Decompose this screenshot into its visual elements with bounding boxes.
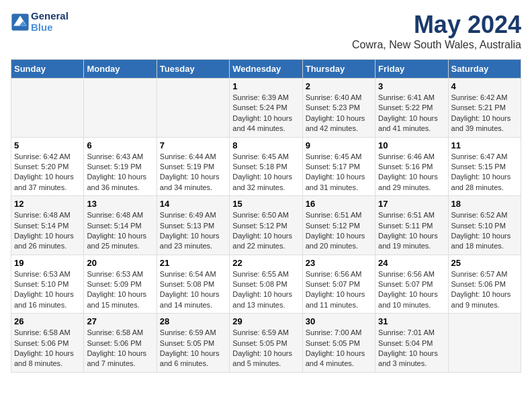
date-number: 27 xyxy=(87,316,153,326)
date-number: 7 xyxy=(160,140,226,150)
cell-content: Sunrise: 6:51 AM Sunset: 5:11 PM Dayligh… xyxy=(378,210,445,252)
calendar-cell: 4Sunrise: 6:42 AM Sunset: 5:21 PM Daylig… xyxy=(448,79,521,138)
cell-content: Sunrise: 6:59 AM Sunset: 5:05 PM Dayligh… xyxy=(232,328,299,369)
date-number: 22 xyxy=(232,258,299,268)
calendar-cell: 15Sunrise: 6:50 AM Sunset: 5:12 PM Dayli… xyxy=(230,196,302,255)
calendar-body: 1Sunrise: 6:39 AM Sunset: 5:24 PM Daylig… xyxy=(11,79,521,373)
date-number: 3 xyxy=(378,81,445,91)
cell-content: Sunrise: 6:48 AM Sunset: 5:14 PM Dayligh… xyxy=(14,210,81,252)
date-number: 20 xyxy=(87,258,153,268)
calendar-cell: 22Sunrise: 6:55 AM Sunset: 5:08 PM Dayli… xyxy=(230,255,302,314)
cell-content: Sunrise: 6:57 AM Sunset: 5:06 PM Dayligh… xyxy=(451,269,518,311)
cell-content: Sunrise: 6:50 AM Sunset: 5:12 PM Dayligh… xyxy=(232,210,299,252)
date-number: 16 xyxy=(306,199,372,209)
calendar-cell: 13Sunrise: 6:48 AM Sunset: 5:14 PM Dayli… xyxy=(84,196,157,255)
date-number: 12 xyxy=(14,199,81,209)
cell-content: Sunrise: 6:51 AM Sunset: 5:12 PM Dayligh… xyxy=(306,210,372,252)
date-number: 4 xyxy=(451,81,518,91)
cell-content: Sunrise: 6:45 AM Sunset: 5:17 PM Dayligh… xyxy=(306,152,372,193)
calendar-cell xyxy=(157,79,229,138)
date-number: 23 xyxy=(306,258,372,268)
calendar-header-cell: Friday xyxy=(375,60,448,79)
calendar-cell: 28Sunrise: 6:59 AM Sunset: 5:05 PM Dayli… xyxy=(157,314,229,373)
calendar-cell: 18Sunrise: 6:52 AM Sunset: 5:10 PM Dayli… xyxy=(448,196,521,255)
main-title: May 2024 xyxy=(352,11,521,39)
calendar-week-row: 12Sunrise: 6:48 AM Sunset: 5:14 PM Dayli… xyxy=(11,196,521,255)
cell-content: Sunrise: 6:43 AM Sunset: 5:19 PM Dayligh… xyxy=(87,152,153,193)
cell-content: Sunrise: 6:49 AM Sunset: 5:13 PM Dayligh… xyxy=(160,210,226,252)
calendar-header-row: SundayMondayTuesdayWednesdayThursdayFrid… xyxy=(11,60,521,79)
date-number: 8 xyxy=(232,140,299,150)
calendar-cell: 31Sunrise: 7:01 AM Sunset: 5:04 PM Dayli… xyxy=(375,314,448,373)
calendar-cell: 29Sunrise: 6:59 AM Sunset: 5:05 PM Dayli… xyxy=(230,314,302,373)
calendar-cell: 1Sunrise: 6:39 AM Sunset: 5:24 PM Daylig… xyxy=(230,79,302,138)
date-number: 10 xyxy=(378,140,445,150)
cell-content: Sunrise: 7:01 AM Sunset: 5:04 PM Dayligh… xyxy=(378,328,445,369)
date-number: 18 xyxy=(451,199,518,209)
cell-content: Sunrise: 6:46 AM Sunset: 5:16 PM Dayligh… xyxy=(378,152,445,193)
calendar-table: SundayMondayTuesdayWednesdayThursdayFrid… xyxy=(11,59,521,373)
logo: General Blue xyxy=(11,11,69,33)
calendar-cell: 14Sunrise: 6:49 AM Sunset: 5:13 PM Dayli… xyxy=(157,196,229,255)
calendar-header-cell: Sunday xyxy=(11,60,84,79)
calendar-cell: 7Sunrise: 6:44 AM Sunset: 5:19 PM Daylig… xyxy=(157,137,229,196)
cell-content: Sunrise: 6:59 AM Sunset: 5:05 PM Dayligh… xyxy=(160,328,226,369)
calendar-cell: 3Sunrise: 6:41 AM Sunset: 5:22 PM Daylig… xyxy=(375,79,448,138)
calendar-header-cell: Tuesday xyxy=(157,60,229,79)
calendar-cell: 2Sunrise: 6:40 AM Sunset: 5:23 PM Daylig… xyxy=(302,79,375,138)
top-bar: General Blue May 2024 Cowra, New South W… xyxy=(11,11,521,54)
calendar-week-row: 5Sunrise: 6:42 AM Sunset: 5:20 PM Daylig… xyxy=(11,137,521,196)
logo-line2: Blue xyxy=(31,22,69,34)
date-number: 14 xyxy=(160,199,226,209)
cell-content: Sunrise: 6:40 AM Sunset: 5:23 PM Dayligh… xyxy=(306,93,372,134)
date-number: 29 xyxy=(232,316,299,326)
calendar-cell xyxy=(11,79,84,138)
date-number: 15 xyxy=(232,199,299,209)
calendar-header-cell: Monday xyxy=(84,60,157,79)
date-number: 1 xyxy=(232,81,299,91)
calendar-cell: 30Sunrise: 7:00 AM Sunset: 5:05 PM Dayli… xyxy=(302,314,375,373)
calendar-header-cell: Saturday xyxy=(448,60,521,79)
date-number: 30 xyxy=(306,316,372,326)
title-section: May 2024 Cowra, New South Wales, Austral… xyxy=(352,11,521,51)
date-number: 26 xyxy=(14,316,81,326)
cell-content: Sunrise: 6:39 AM Sunset: 5:24 PM Dayligh… xyxy=(232,93,299,134)
calendar-week-row: 1Sunrise: 6:39 AM Sunset: 5:24 PM Daylig… xyxy=(11,79,521,138)
date-number: 24 xyxy=(378,258,445,268)
calendar-cell: 9Sunrise: 6:45 AM Sunset: 5:17 PM Daylig… xyxy=(302,137,375,196)
calendar-cell: 19Sunrise: 6:53 AM Sunset: 5:10 PM Dayli… xyxy=(11,255,84,314)
calendar-cell: 17Sunrise: 6:51 AM Sunset: 5:11 PM Dayli… xyxy=(375,196,448,255)
calendar-cell: 26Sunrise: 6:58 AM Sunset: 5:06 PM Dayli… xyxy=(11,314,84,373)
date-number: 19 xyxy=(14,258,81,268)
date-number: 6 xyxy=(87,140,153,150)
calendar-cell xyxy=(84,79,157,138)
calendar-week-row: 26Sunrise: 6:58 AM Sunset: 5:06 PM Dayli… xyxy=(11,314,521,373)
logo-icon xyxy=(11,13,30,32)
calendar-cell: 16Sunrise: 6:51 AM Sunset: 5:12 PM Dayli… xyxy=(302,196,375,255)
cell-content: Sunrise: 6:58 AM Sunset: 5:06 PM Dayligh… xyxy=(87,328,153,369)
cell-content: Sunrise: 6:48 AM Sunset: 5:14 PM Dayligh… xyxy=(87,210,153,252)
date-number: 5 xyxy=(14,140,81,150)
calendar-cell: 8Sunrise: 6:45 AM Sunset: 5:18 PM Daylig… xyxy=(230,137,302,196)
date-number: 31 xyxy=(378,316,445,326)
calendar-cell: 25Sunrise: 6:57 AM Sunset: 5:06 PM Dayli… xyxy=(448,255,521,314)
date-number: 21 xyxy=(160,258,226,268)
calendar-cell: 20Sunrise: 6:53 AM Sunset: 5:09 PM Dayli… xyxy=(84,255,157,314)
calendar-cell: 5Sunrise: 6:42 AM Sunset: 5:20 PM Daylig… xyxy=(11,137,84,196)
calendar-cell: 10Sunrise: 6:46 AM Sunset: 5:16 PM Dayli… xyxy=(375,137,448,196)
cell-content: Sunrise: 6:41 AM Sunset: 5:22 PM Dayligh… xyxy=(378,93,445,134)
cell-content: Sunrise: 6:47 AM Sunset: 5:15 PM Dayligh… xyxy=(451,152,518,193)
calendar-cell: 6Sunrise: 6:43 AM Sunset: 5:19 PM Daylig… xyxy=(84,137,157,196)
cell-content: Sunrise: 6:44 AM Sunset: 5:19 PM Dayligh… xyxy=(160,152,226,193)
calendar-cell: 27Sunrise: 6:58 AM Sunset: 5:06 PM Dayli… xyxy=(84,314,157,373)
cell-content: Sunrise: 6:52 AM Sunset: 5:10 PM Dayligh… xyxy=(451,210,518,252)
cell-content: Sunrise: 6:56 AM Sunset: 5:07 PM Dayligh… xyxy=(378,269,445,311)
calendar-cell: 24Sunrise: 6:56 AM Sunset: 5:07 PM Dayli… xyxy=(375,255,448,314)
cell-content: Sunrise: 6:45 AM Sunset: 5:18 PM Dayligh… xyxy=(232,152,299,193)
date-number: 11 xyxy=(451,140,518,150)
calendar-cell: 23Sunrise: 6:56 AM Sunset: 5:07 PM Dayli… xyxy=(302,255,375,314)
calendar-cell: 11Sunrise: 6:47 AM Sunset: 5:15 PM Dayli… xyxy=(448,137,521,196)
cell-content: Sunrise: 6:42 AM Sunset: 5:20 PM Dayligh… xyxy=(14,152,81,193)
cell-content: Sunrise: 6:55 AM Sunset: 5:08 PM Dayligh… xyxy=(232,269,299,311)
cell-content: Sunrise: 6:58 AM Sunset: 5:06 PM Dayligh… xyxy=(14,328,81,369)
